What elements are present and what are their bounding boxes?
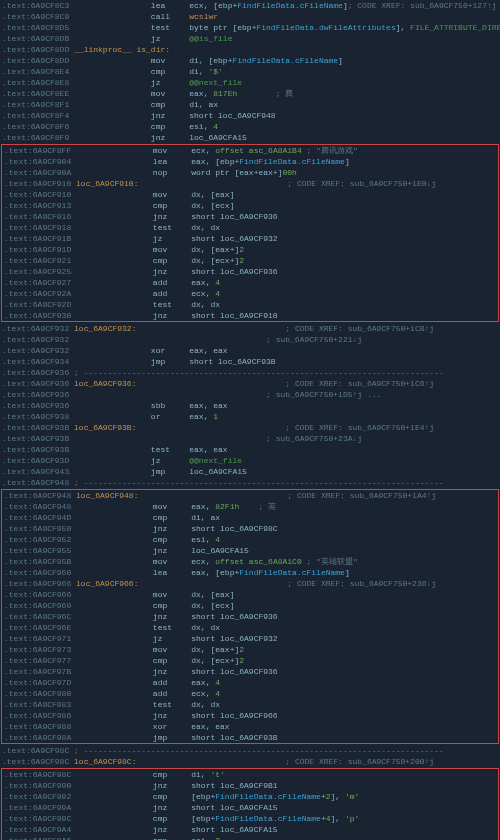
asm-line[interactable]: .text:6A9CF91D mov dx, [eax+]2 [2, 244, 498, 255]
xref: ; CODE XREF: sub_6A9CF750+127↑j [348, 1, 497, 10]
asm-line[interactable]: .text:6A9CF983 test dx, dx [2, 699, 498, 710]
asm-line[interactable]: .text:6A9CF96C jnz short loc_6A9CF936 [2, 611, 498, 622]
address: .text:6A9CF910 [4, 179, 71, 188]
asm-line[interactable]: .text:6A9CF930 jnz short loc_6A9CF910 [2, 310, 498, 321]
address: .text:6A9CF93D [2, 456, 69, 465]
address: .text:6A9CF986 [4, 711, 71, 720]
asm-line[interactable]: .text:6A9CF925 jnz short loc_6A9CF936 [2, 266, 498, 277]
asm-line[interactable]: .text:6A9CF943 jmp loc_6A9CFA15 [0, 466, 500, 477]
asm-line[interactable]: .text:6A9CF936 sbb eax, eax [0, 400, 500, 411]
asm-line[interactable]: .text:6A9CF934 jmp short loc_6A9CF93B [0, 356, 500, 367]
asm-line[interactable]: .text:6A9CF971 jz short loc_6A9CF932 [2, 633, 498, 644]
address: .text:6A9CF936 [2, 368, 69, 377]
asm-line[interactable]: .text:6A9CF93B loc_6A9CF93B: ; CODE XREF… [0, 422, 500, 433]
asm-line[interactable]: .text:6A9CF8DD mov di, [ebp+FindFileData… [0, 55, 500, 66]
asm-line[interactable]: .text:6A9CF8EE mov eax, 817Eh ; 腾 [0, 88, 500, 99]
address: .text:6A9CF913 [4, 201, 71, 210]
asm-line[interactable]: .text:6A9CF960 lea eax, [ebp+FindFileDat… [2, 567, 498, 578]
asm-line[interactable]: .text:6A9CF986 jnz short loc_6A9CF966 [2, 710, 498, 721]
asm-line[interactable]: .text:6A9CF92A add ecx, 4 [2, 288, 498, 299]
asm-line[interactable]: .text:6A9CF8F1 cmp di, ax [0, 99, 500, 110]
asm-line[interactable]: .text:6A9CF932 xor eax, eax [0, 345, 500, 356]
asm-line[interactable]: .text:6A9CF98A jmp short loc_6A9CF93B [2, 732, 498, 743]
asm-line[interactable]: .text:6A9CF952 cmp esi, 4 [2, 534, 498, 545]
address: .text:6A9CF99C [4, 814, 71, 823]
asm-line[interactable]: .text:6A9CF910 loc_6A9CF910: ; CODE XREF… [2, 178, 498, 189]
asm-line[interactable]: .text:6A9CF938 or eax, 1 [0, 411, 500, 422]
address: .text:6A9CF8E8 [2, 78, 69, 87]
asm-line[interactable]: .text:6A9CF8F9 jnz loc_6A9CFA15 [0, 132, 500, 143]
asm-line[interactable]: .text:6A9CF948 mov eax, 82F1h ; 英 [2, 501, 498, 512]
asm-line[interactable]: .text:6A9CF95B mov ecx, offset asc_6A8A1… [2, 556, 498, 567]
asm-line[interactable]: .text:6A9CF99A jnz short loc_6A9CFA15 [2, 802, 498, 813]
asm-line[interactable]: .text:6A9CF932 ; sub_6A9CF750+221↓j [0, 334, 500, 345]
asm-line[interactable]: .text:6A9CF97B jnz short loc_6A9CF936 [2, 666, 498, 677]
asm-line[interactable]: .text:6A9CF93B ; sub_6A9CF750+23A↓j [0, 433, 500, 444]
address: .text:6A9CF930 [4, 311, 71, 320]
asm-line[interactable]: .text:6A9CF932 loc_6A9CF932: ; CODE XREF… [0, 323, 500, 334]
asm-line[interactable]: .text:6A9CF910 mov dx, [eax] [2, 189, 498, 200]
asm-line[interactable]: .text:6A9CF8C3 lea ecx, [ebp+FindFileDat… [0, 0, 500, 11]
asm-line[interactable]: .text:6A9CF99C cmp [ebp+FindFileData.cFi… [2, 813, 498, 824]
address: .text:6A9CF932 [2, 346, 69, 355]
asm-line[interactable]: .text:6A9CF948 loc_6A9CF948: ; CODE XREF… [2, 490, 498, 501]
asm-line[interactable]: .text:6A9CF988 xor eax, eax [2, 721, 498, 732]
asm-line[interactable]: .text:6A9CF904 lea eax, [ebp+FindFileDat… [2, 156, 498, 167]
asm-line[interactable]: .text:6A9CF8FF mov ecx, offset asc_6A8A1… [2, 145, 498, 156]
address: .text:6A9CF91D [4, 245, 71, 254]
asm-line[interactable]: .text:6A9CF948 ; -----------------------… [0, 477, 500, 488]
address: .text:6A9CF98C [4, 770, 71, 779]
asm-line[interactable]: .text:6A9CF94D cmp di, ax [2, 512, 498, 523]
asm-line[interactable]: .text:6A9CF9A6 cmp esi, 3 [2, 835, 498, 840]
asm-line[interactable]: .text:6A9CF990 jnz short loc_6A9CF9B1 [2, 780, 498, 791]
asm-line[interactable]: .text:6A9CF98C cmp di, 't' [2, 769, 498, 780]
asm-line[interactable]: .text:6A9CF936 ; sub_6A9CF750+1D5↑j ... [0, 389, 500, 400]
asm-line[interactable]: .text:6A9CF8E4 cmp di, '$' [0, 66, 500, 77]
address: .text:6A9CF966 [4, 579, 71, 588]
asm-line[interactable]: .text:6A9CF97D add eax, 4 [2, 677, 498, 688]
address: .text:6A9CF938 [2, 412, 69, 421]
asm-line[interactable]: .text:6A9CF8C9 call wcslwr [0, 11, 500, 22]
asm-line[interactable]: .text:6A9CF950 jnz short loc_6A9CF98C [2, 523, 498, 534]
asm-line[interactable]: .text:6A9CF918 test dx, dx [2, 222, 498, 233]
asm-line[interactable]: .text:6A9CF98C loc_6A9CF98C: ; CODE XREF… [0, 756, 500, 767]
asm-line[interactable]: .text:6A9CF966 loc_6A9CF966: ; CODE XREF… [2, 578, 498, 589]
asm-line[interactable]: .text:6A9CF90A nop word ptr [eax+eax+]00… [2, 167, 498, 178]
asm-line[interactable]: .text:6A9CF8DD __linkproc__ is_dir: [0, 44, 500, 55]
asm-line[interactable]: .text:6A9CF8E8 jz @@next_file [0, 77, 500, 88]
asm-line[interactable]: .text:6A9CF9A4 jnz short loc_6A9CFA15 [2, 824, 498, 835]
asm-line[interactable]: .text:6A9CF936 loc_6A9CF936: ; CODE XREF… [0, 378, 500, 389]
address: .text:6A9CF927 [4, 278, 71, 287]
asm-line[interactable]: .text:6A9CF921 cmp dx, [ecx+]2 [2, 255, 498, 266]
asm-line[interactable]: .text:6A9CF8DB jz @@is_file [0, 33, 500, 44]
asm-line[interactable]: .text:6A9CF8D5 test byte ptr [ebp+FindFi… [0, 22, 500, 33]
struct-field: FindFileData.cFileName [237, 1, 343, 10]
address: .text:6A9CF93B [2, 434, 69, 443]
asm-line[interactable]: .text:6A9CF973 mov dx, [eax+]2 [2, 644, 498, 655]
address: .text:6A9CF943 [2, 467, 69, 476]
struct-field: FindFileData.cFileName [232, 56, 338, 65]
asm-line[interactable]: .text:6A9CF98C ; -----------------------… [0, 745, 500, 756]
asm-line[interactable]: .text:6A9CF992 cmp [ebp+FindFileData.cFi… [2, 791, 498, 802]
address: .text:6A9CF955 [4, 546, 71, 555]
asm-line[interactable]: .text:6A9CF96E test dx, dx [2, 622, 498, 633]
asm-line[interactable]: .text:6A9CF969 cmp dx, [ecx] [2, 600, 498, 611]
asm-line[interactable]: .text:6A9CF92D test dx, dx [2, 299, 498, 310]
address: .text:6A9CF92A [4, 289, 71, 298]
asm-line[interactable]: .text:6A9CF93B test eax, eax [0, 444, 500, 455]
asm-line[interactable]: .text:6A9CF916 jnz short loc_6A9CF936 [2, 211, 498, 222]
struct-field: FindFileData.cFileName [215, 814, 321, 823]
asm-line[interactable]: .text:6A9CF966 mov dx, [eax] [2, 589, 498, 600]
asm-line[interactable]: .text:6A9CF936 ; -----------------------… [0, 367, 500, 378]
asm-line[interactable]: .text:6A9CF91B jz short loc_6A9CF932 [2, 233, 498, 244]
asm-line[interactable]: .text:6A9CF980 add ecx, 4 [2, 688, 498, 699]
address: .text:6A9CF97B [4, 667, 71, 676]
asm-line[interactable]: .text:6A9CF977 cmp dx, [ecx+]2 [2, 655, 498, 666]
asm-line[interactable]: .text:6A9CF8F4 jnz short loc_6A9CF948 [0, 110, 500, 121]
asm-line[interactable]: .text:6A9CF913 cmp dx, [ecx] [2, 200, 498, 211]
asm-line[interactable]: .text:6A9CF93D jz @@next_file [0, 455, 500, 466]
asm-line[interactable]: .text:6A9CF927 add eax, 4 [2, 277, 498, 288]
asm-line[interactable]: .text:6A9CF955 jnz loc_6A9CFA15 [2, 545, 498, 556]
asm-line[interactable]: .text:6A9CF8F6 cmp esi, 4 [0, 121, 500, 132]
address: .text:6A9CF948 [2, 478, 69, 487]
